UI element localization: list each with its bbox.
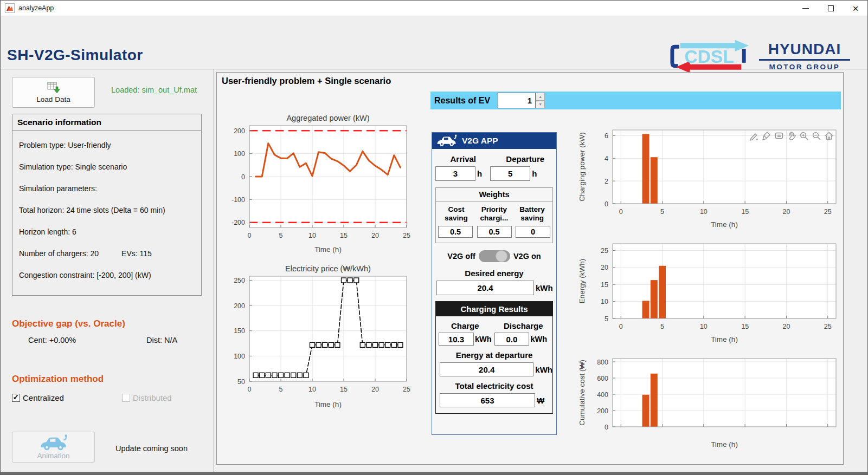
distributed-label: Distributed bbox=[133, 393, 172, 402]
desired-energy-unit: kWh bbox=[536, 283, 553, 292]
svg-text:20: 20 bbox=[371, 232, 379, 239]
svg-text:10: 10 bbox=[308, 386, 316, 393]
scenario-panel: Scenario information Problem type: User-… bbox=[12, 114, 202, 296]
v2g-toggle[interactable] bbox=[479, 250, 510, 262]
energy-at-departure-input[interactable]: 20.4 bbox=[440, 362, 533, 376]
svg-text:2: 2 bbox=[605, 178, 608, 185]
weight-priority-input[interactable]: 0.5 bbox=[477, 226, 512, 238]
maximize-button[interactable] bbox=[818, 0, 843, 16]
weight-priority-label: Priority chargi... bbox=[475, 205, 513, 223]
app-header: SH-V2G-Simulator CDSL HYUNDAI MOTOR GROU… bbox=[0, 16, 868, 69]
export-icon[interactable] bbox=[749, 131, 759, 141]
weight-cost-input[interactable]: 0.5 bbox=[438, 226, 473, 238]
zoom-out-icon[interactable] bbox=[812, 131, 821, 141]
distributed-checkbox-row[interactable]: Distributed bbox=[122, 393, 172, 402]
weights-title: Weights bbox=[436, 188, 552, 201]
hyundai-logo: HYUNDAI MOTOR GROUP bbox=[759, 42, 850, 71]
matlab-app-icon bbox=[5, 3, 15, 13]
discharge-label: Discharge bbox=[494, 321, 553, 330]
brush-icon[interactable] bbox=[762, 131, 771, 141]
svg-text:250: 250 bbox=[234, 277, 245, 284]
ev-number-spinner[interactable]: 1 bbox=[498, 93, 536, 108]
scenario-row-simulation-type: Simulation type: Single scenario bbox=[19, 156, 201, 178]
energy-chart: 5101520250510152025Time (h)Energy (kWh) bbox=[577, 236, 843, 344]
scenario-row-problem-type: Problem type: User-friendly bbox=[19, 134, 201, 156]
charging-results-title: Charging Results bbox=[436, 302, 552, 316]
maximize-icon bbox=[828, 5, 834, 11]
svg-text:Energy (kWh): Energy (kWh) bbox=[578, 259, 586, 304]
arrival-unit: h bbox=[477, 169, 482, 178]
svg-text:0: 0 bbox=[619, 323, 623, 330]
load-data-icon bbox=[47, 81, 61, 94]
charging-results-panel: Charging Results Charge Discharge 10.3 k… bbox=[435, 301, 553, 414]
spinner-up-button[interactable]: ▲ bbox=[536, 93, 545, 101]
svg-text:5: 5 bbox=[660, 323, 664, 330]
main-panel-title: User-friendly problem + Single scenario bbox=[222, 76, 391, 86]
svg-text:10: 10 bbox=[308, 232, 316, 239]
load-data-label: Load Data bbox=[36, 95, 70, 103]
app-title: SH-V2G-Simulator bbox=[7, 47, 143, 64]
svg-text:400: 400 bbox=[597, 391, 608, 399]
svg-text:200: 200 bbox=[597, 407, 608, 415]
scenario-evs: EVs: 115 bbox=[121, 249, 152, 258]
distributed-checkbox[interactable] bbox=[122, 394, 130, 402]
v2g-app-header: V2G APP bbox=[432, 133, 556, 149]
svg-text:10: 10 bbox=[700, 323, 708, 330]
ev-number-value: 1 bbox=[528, 96, 532, 105]
data-tips-icon[interactable] bbox=[774, 131, 784, 141]
svg-text:Cumulative cost (₩): Cumulative cost (₩) bbox=[578, 360, 586, 426]
svg-text:CDSL: CDSL bbox=[684, 47, 734, 67]
svg-text:15: 15 bbox=[340, 386, 348, 393]
load-data-button[interactable]: Load Data bbox=[12, 77, 95, 108]
animation-label: Animation bbox=[37, 452, 69, 460]
close-button[interactable]: × bbox=[843, 0, 868, 16]
discharge-unit: kWh bbox=[530, 335, 547, 343]
departure-input[interactable]: 5 bbox=[490, 166, 530, 181]
svg-text:100: 100 bbox=[234, 353, 245, 360]
svg-text:600: 600 bbox=[597, 375, 608, 382]
scenario-row-total-horizon: Total horizon: 24 time slots (Delta = 60… bbox=[19, 199, 201, 221]
pan-icon[interactable] bbox=[787, 131, 796, 141]
centralized-checkbox[interactable] bbox=[12, 394, 20, 402]
svg-text:0: 0 bbox=[248, 232, 252, 239]
scenario-chargers: Number of chargers: 20 bbox=[19, 249, 99, 258]
animation-button[interactable]: Animation bbox=[12, 432, 95, 463]
main-panel: User-friendly problem + Single scenario … bbox=[216, 72, 844, 465]
hyundai-logo-line1: HYUNDAI bbox=[759, 42, 850, 57]
svg-text:20: 20 bbox=[782, 208, 790, 216]
weight-battery-input[interactable]: 0 bbox=[516, 226, 550, 238]
svg-text:15: 15 bbox=[340, 232, 348, 239]
charge-unit: kWh bbox=[475, 335, 492, 343]
svg-text:10: 10 bbox=[601, 298, 608, 305]
arrival-input[interactable]: 3 bbox=[435, 166, 475, 181]
total-cost-input[interactable]: 653 bbox=[440, 393, 535, 407]
svg-text:0: 0 bbox=[605, 424, 608, 431]
svg-text:4: 4 bbox=[605, 155, 608, 162]
charge-discharge-inputs: 10.3 kWh 0.0 kWh bbox=[436, 333, 552, 346]
zoom-in-icon[interactable] bbox=[799, 131, 809, 141]
svg-text:10: 10 bbox=[700, 208, 708, 216]
charge-input[interactable]: 10.3 bbox=[439, 333, 474, 346]
svg-text:0: 0 bbox=[241, 173, 245, 181]
svg-text:25: 25 bbox=[601, 247, 608, 255]
minimize-button[interactable] bbox=[793, 0, 818, 16]
svg-text:800: 800 bbox=[597, 359, 608, 366]
svg-text:0: 0 bbox=[619, 208, 623, 216]
weight-battery-label: Battery saving bbox=[513, 205, 551, 223]
cumulative-cost-chart: 0200400600800Time (h)Cumulative cost (₩) bbox=[577, 350, 843, 450]
window-title: analyzeApp bbox=[18, 4, 54, 12]
spinner-down-button[interactable]: ▼ bbox=[536, 101, 545, 109]
svg-text:0: 0 bbox=[605, 200, 608, 208]
optimization-method-title: Optimization method bbox=[12, 374, 104, 385]
svg-text:15: 15 bbox=[741, 208, 749, 216]
spinner-down-icon: ▼ bbox=[538, 102, 542, 106]
centralized-checkbox-row[interactable]: Centralized bbox=[12, 393, 64, 402]
charge-label: Charge bbox=[436, 321, 494, 330]
svg-text:25: 25 bbox=[403, 386, 410, 393]
charging-power-chart: 02460510152025Time (h)Charging power (kW… bbox=[577, 121, 843, 230]
hyundai-logo-rule bbox=[759, 59, 850, 61]
discharge-input[interactable]: 0.0 bbox=[494, 333, 530, 346]
home-icon[interactable] bbox=[824, 131, 834, 141]
desired-energy-input[interactable]: 20.4 bbox=[436, 281, 534, 295]
svg-text:150: 150 bbox=[234, 327, 245, 335]
